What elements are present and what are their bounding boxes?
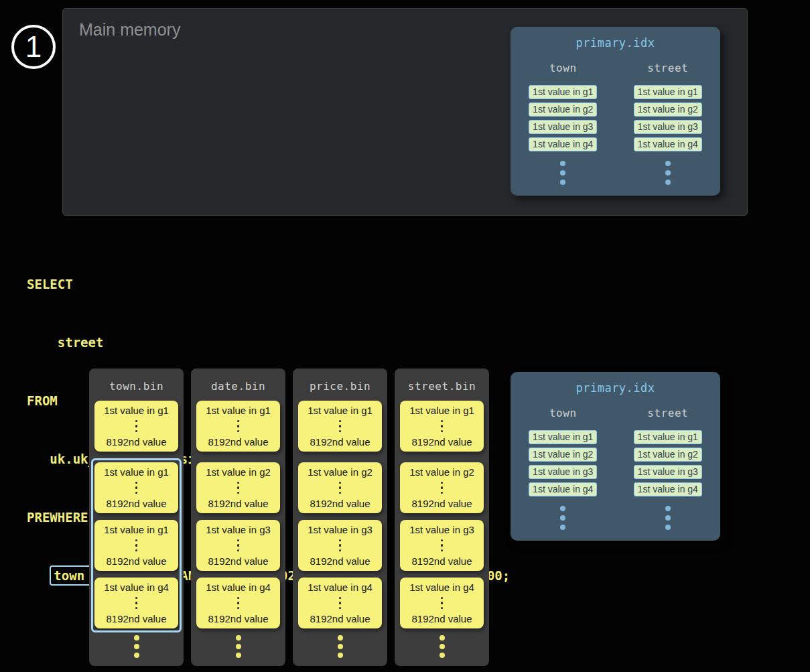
idx-columns: town 1st value in g1 1st value in g2 1st…: [511, 407, 720, 530]
granule-ellipsis-icon: [339, 539, 342, 552]
idx-entry: 1st value in g3: [529, 120, 597, 134]
granule-first-value: 1st value in g1: [104, 405, 169, 416]
diagram-canvas: 1 Main memory primary.idx town 1st value…: [0, 0, 810, 672]
granule-first-value: 1st value in g1: [409, 405, 474, 416]
granule-block: 1st value in g2 8192nd value: [400, 462, 484, 513]
granule-block: 1st value in g1 8192nd value: [94, 462, 178, 513]
step-number-badge: 1: [11, 25, 56, 69]
granule-last-value: 8192nd value: [106, 498, 166, 509]
sql-line: street: [27, 333, 510, 352]
idx-entry: 1st value in g4: [529, 137, 597, 151]
ellipsis-dots-icon: [560, 506, 565, 530]
granule-first-value: 1st value in g2: [206, 466, 271, 478]
granule-block: 1st value in g1 8192nd value: [196, 401, 280, 452]
granule-last-value: 8192nd value: [411, 498, 472, 509]
granule-block: 1st value in g3 8192nd value: [196, 520, 280, 571]
granule-block: 1st value in g1 8192nd value: [298, 401, 382, 452]
granule-ellipsis-icon: [441, 597, 444, 610]
granule-last-value: 8192nd value: [106, 613, 166, 624]
granule-last-value: 8192nd value: [208, 555, 268, 567]
idx-entry: 1st value in g1: [529, 85, 597, 99]
granule-ellipsis-icon: [441, 539, 444, 552]
granule-last-value: 8192nd value: [310, 498, 370, 509]
granule-ellipsis-icon: [237, 420, 240, 433]
granule-last-value: 8192nd value: [411, 436, 472, 448]
granule-block: 1st value in g4 8192nd value: [298, 578, 382, 628]
granule-block: 1st value in g4 8192nd value: [94, 578, 178, 628]
granule-first-value: 1st value in g3: [206, 524, 271, 535]
granule-last-value: 8192nd value: [411, 555, 472, 567]
granule-block: 1st value in g1 8192nd value: [94, 520, 178, 571]
granule-ellipsis-icon: [339, 420, 342, 433]
granule-block: 1st value in g4 8192nd value: [196, 578, 280, 628]
idx-column-street: street 1st value in g1 1st value in g2 1…: [616, 62, 721, 185]
primary-idx-panel-bottom: primary.idx town 1st value in g1 1st val…: [511, 372, 720, 541]
granule-last-value: 8192nd value: [106, 555, 166, 567]
granule-last-value: 8192nd value: [310, 613, 370, 624]
bin-column-town: town.bin 1st value in g1 8192nd value 1s…: [89, 368, 184, 666]
idx-title: primary.idx: [511, 36, 720, 50]
granule-last-value: 8192nd value: [310, 555, 370, 567]
granule-first-value: 1st value in g1: [308, 405, 373, 416]
bin-column-price: price.bin 1st value in g1 8192nd value 1…: [293, 368, 387, 666]
granule-ellipsis-icon: [237, 539, 240, 552]
step-number: 1: [25, 30, 42, 64]
idx-entry: 1st value in g4: [529, 482, 597, 496]
idx-entry-list: 1st value in g1 1st value in g2 1st valu…: [529, 430, 597, 496]
granule-ellipsis-icon: [135, 597, 138, 610]
ellipsis-dots-icon: [665, 161, 671, 185]
idx-column-header: street: [647, 407, 688, 419]
column-ellipsis-icon: [395, 635, 489, 658]
idx-entry: 1st value in g4: [634, 137, 702, 151]
granule-last-value: 8192nd value: [208, 613, 268, 624]
granule-first-value: 1st value in g1: [104, 466, 169, 478]
granule-first-value: 1st value in g1: [104, 524, 169, 535]
granule-ellipsis-icon: [339, 597, 342, 610]
ellipsis-dots-icon: [560, 161, 565, 185]
idx-column-header: town: [549, 407, 577, 419]
granule-last-value: 8192nd value: [411, 613, 472, 624]
idx-entry-list: 1st value in g1 1st value in g2 1st valu…: [634, 430, 702, 496]
bin-column-header: date.bin: [191, 368, 285, 393]
granule-first-value: 1st value in g2: [308, 466, 373, 478]
granule-ellipsis-icon: [237, 597, 240, 610]
main-memory-title: Main memory: [79, 20, 180, 40]
idx-entry: 1st value in g1: [634, 430, 702, 444]
granule-first-value: 1st value in g4: [308, 582, 373, 593]
granule-first-value: 1st value in g4: [206, 582, 271, 593]
granule-block: 1st value in g3 8192nd value: [298, 520, 382, 571]
granule-first-value: 1st value in g4: [104, 582, 169, 593]
granule-ellipsis-icon: [135, 420, 138, 433]
granule-last-value: 8192nd value: [208, 436, 268, 448]
granule-last-value: 8192nd value: [106, 436, 166, 448]
granule-last-value: 8192nd value: [310, 436, 370, 448]
granule-ellipsis-icon: [135, 482, 138, 494]
idx-columns: town 1st value in g1 1st value in g2 1st…: [511, 62, 720, 185]
sql-line: SELECT: [27, 275, 510, 294]
bin-column-header: price.bin: [293, 368, 387, 393]
idx-column-town: town 1st value in g1 1st value in g2 1st…: [511, 62, 616, 185]
idx-column-town: town 1st value in g1 1st value in g2 1st…: [511, 407, 616, 530]
granule-first-value: 1st value in g1: [206, 405, 271, 416]
idx-column-header: town: [549, 62, 577, 74]
granule-block: 1st value in g1 8192nd value: [94, 401, 178, 452]
idx-column-header: street: [647, 62, 688, 74]
granule-ellipsis-icon: [135, 539, 138, 552]
idx-entry: 1st value in g2: [634, 103, 702, 117]
granule-first-value: 1st value in g3: [409, 524, 474, 535]
idx-entry: 1st value in g3: [529, 465, 597, 479]
granule-block: 1st value in g1 8192nd value: [400, 401, 484, 452]
granule-block: 1st value in g3 8192nd value: [400, 520, 484, 571]
idx-column-street: street 1st value in g1 1st value in g2 1…: [616, 407, 721, 530]
column-ellipsis-icon: [191, 635, 285, 658]
granule-ellipsis-icon: [441, 420, 444, 433]
idx-entry: 1st value in g1: [529, 430, 597, 444]
granule-last-value: 8192nd value: [208, 498, 268, 509]
granule-block: 1st value in g2 8192nd value: [298, 462, 382, 513]
idx-entry: 1st value in g2: [529, 103, 597, 117]
idx-entry: 1st value in g4: [634, 482, 702, 496]
granule-block: 1st value in g4 8192nd value: [400, 578, 484, 628]
idx-title: primary.idx: [511, 381, 720, 395]
granule-ellipsis-icon: [441, 482, 444, 494]
granule-block: 1st value in g2 8192nd value: [196, 462, 280, 513]
